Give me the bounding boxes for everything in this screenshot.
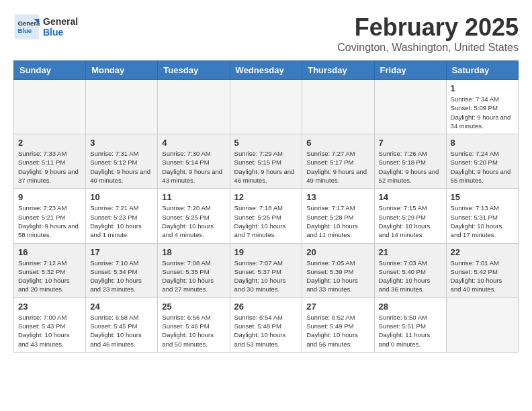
- day-info: Sunrise: 6:56 AM Sunset: 5:46 PM Dayligh…: [162, 313, 225, 349]
- day-info: Sunrise: 7:08 AM Sunset: 5:35 PM Dayligh…: [162, 259, 225, 294]
- day-number: 27: [306, 302, 369, 312]
- day-number: 2: [18, 138, 81, 148]
- month-title: February 2025: [337, 13, 519, 42]
- calendar-cell: 10Sunrise: 7:21 AM Sunset: 5:23 PM Dayli…: [86, 189, 158, 243]
- day-info: Sunrise: 7:26 AM Sunset: 5:18 PM Dayligh…: [379, 149, 442, 185]
- calendar-cell: 17Sunrise: 7:10 AM Sunset: 5:34 PM Dayli…: [86, 243, 158, 298]
- calendar-cell: 4Sunrise: 7:30 AM Sunset: 5:14 PM Daylig…: [158, 134, 230, 189]
- calendar-cell: 11Sunrise: 7:20 AM Sunset: 5:25 PM Dayli…: [158, 189, 230, 243]
- calendar-cell: 2Sunrise: 7:33 AM Sunset: 5:11 PM Daylig…: [14, 134, 86, 189]
- day-number: 22: [451, 247, 514, 257]
- day-number: 6: [306, 138, 369, 148]
- week-row-1: 1Sunrise: 7:34 AM Sunset: 5:09 PM Daylig…: [14, 80, 519, 134]
- calendar-cell: 19Sunrise: 7:07 AM Sunset: 5:37 PM Dayli…: [230, 243, 302, 298]
- day-info: Sunrise: 7:15 AM Sunset: 5:29 PM Dayligh…: [379, 203, 442, 239]
- day-info: Sunrise: 7:20 AM Sunset: 5:25 PM Dayligh…: [162, 203, 225, 239]
- weekday-header-friday: Friday: [374, 61, 446, 80]
- day-number: 21: [379, 247, 442, 257]
- calendar-cell: [230, 80, 302, 134]
- calendar-cell: 15Sunrise: 7:13 AM Sunset: 5:31 PM Dayli…: [446, 189, 518, 243]
- weekday-header-sunday: Sunday: [14, 61, 86, 80]
- calendar-cell: 28Sunrise: 6:50 AM Sunset: 5:51 PM Dayli…: [374, 298, 446, 352]
- day-number: 26: [234, 302, 298, 312]
- day-number: 1: [451, 83, 514, 93]
- day-number: 23: [18, 302, 81, 312]
- day-number: 19: [234, 247, 298, 257]
- day-info: Sunrise: 6:52 AM Sunset: 5:49 PM Dayligh…: [306, 313, 369, 349]
- calendar-cell: 21Sunrise: 7:03 AM Sunset: 5:40 PM Dayli…: [374, 243, 446, 298]
- calendar-cell: [302, 80, 374, 134]
- calendar-cell: 27Sunrise: 6:52 AM Sunset: 5:49 PM Dayli…: [302, 298, 374, 352]
- calendar-cell: [446, 298, 518, 352]
- day-info: Sunrise: 7:07 AM Sunset: 5:37 PM Dayligh…: [234, 259, 298, 294]
- day-number: 15: [451, 192, 514, 202]
- day-number: 28: [379, 302, 442, 312]
- week-row-2: 2Sunrise: 7:33 AM Sunset: 5:11 PM Daylig…: [14, 134, 519, 189]
- day-info: Sunrise: 7:17 AM Sunset: 5:28 PM Dayligh…: [306, 203, 369, 239]
- title-block: February 2025 Covington, Washington, Uni…: [337, 13, 519, 54]
- day-number: 4: [162, 138, 225, 148]
- day-info: Sunrise: 7:31 AM Sunset: 5:12 PM Dayligh…: [90, 149, 153, 185]
- day-info: Sunrise: 7:23 AM Sunset: 5:21 PM Dayligh…: [18, 203, 81, 239]
- day-number: 10: [90, 192, 153, 202]
- day-number: 9: [18, 192, 81, 202]
- calendar-cell: 26Sunrise: 6:54 AM Sunset: 5:48 PM Dayli…: [230, 298, 302, 352]
- calendar-cell: 8Sunrise: 7:24 AM Sunset: 5:20 PM Daylig…: [446, 134, 518, 189]
- day-number: 5: [234, 138, 298, 148]
- page-header: General Blue General Blue February 2025 …: [13, 13, 519, 54]
- day-info: Sunrise: 7:01 AM Sunset: 5:42 PM Dayligh…: [451, 259, 514, 294]
- svg-text:Blue: Blue: [17, 27, 32, 34]
- day-number: 11: [162, 192, 225, 202]
- day-number: 8: [451, 138, 514, 148]
- weekday-header-monday: Monday: [86, 61, 158, 80]
- day-info: Sunrise: 7:05 AM Sunset: 5:39 PM Dayligh…: [306, 259, 369, 294]
- day-number: 20: [306, 247, 369, 257]
- day-number: 13: [306, 192, 369, 202]
- day-info: Sunrise: 6:58 AM Sunset: 5:45 PM Dayligh…: [90, 313, 153, 349]
- calendar-cell: 23Sunrise: 7:00 AM Sunset: 5:43 PM Dayli…: [14, 298, 86, 352]
- week-row-4: 16Sunrise: 7:12 AM Sunset: 5:32 PM Dayli…: [14, 243, 519, 298]
- day-info: Sunrise: 7:24 AM Sunset: 5:20 PM Dayligh…: [451, 149, 514, 185]
- calendar-cell: 14Sunrise: 7:15 AM Sunset: 5:29 PM Dayli…: [374, 189, 446, 243]
- day-info: Sunrise: 7:12 AM Sunset: 5:32 PM Dayligh…: [18, 259, 81, 294]
- day-number: 24: [90, 302, 153, 312]
- logo-icon: General Blue: [13, 13, 40, 40]
- weekday-header-wednesday: Wednesday: [230, 61, 302, 80]
- calendar-cell: 16Sunrise: 7:12 AM Sunset: 5:32 PM Dayli…: [14, 243, 86, 298]
- calendar-cell: 18Sunrise: 7:08 AM Sunset: 5:35 PM Dayli…: [158, 243, 230, 298]
- calendar-cell: 20Sunrise: 7:05 AM Sunset: 5:39 PM Dayli…: [302, 243, 374, 298]
- day-number: 17: [90, 247, 153, 257]
- day-info: Sunrise: 7:33 AM Sunset: 5:11 PM Dayligh…: [18, 149, 81, 185]
- calendar-cell: 25Sunrise: 6:56 AM Sunset: 5:46 PM Dayli…: [158, 298, 230, 352]
- logo-text-line1: General: [43, 16, 78, 27]
- day-info: Sunrise: 7:21 AM Sunset: 5:23 PM Dayligh…: [90, 203, 153, 239]
- day-info: Sunrise: 7:27 AM Sunset: 5:17 PM Dayligh…: [306, 149, 369, 185]
- weekday-header-thursday: Thursday: [302, 61, 374, 80]
- day-info: Sunrise: 7:30 AM Sunset: 5:14 PM Dayligh…: [162, 149, 225, 185]
- calendar-cell: 1Sunrise: 7:34 AM Sunset: 5:09 PM Daylig…: [446, 80, 518, 134]
- day-info: Sunrise: 7:00 AM Sunset: 5:43 PM Dayligh…: [18, 313, 81, 349]
- calendar: SundayMondayTuesdayWednesdayThursdayFrid…: [13, 60, 519, 353]
- day-number: 12: [234, 192, 298, 202]
- day-info: Sunrise: 7:03 AM Sunset: 5:40 PM Dayligh…: [379, 259, 442, 294]
- weekday-header-tuesday: Tuesday: [158, 61, 230, 80]
- day-info: Sunrise: 7:18 AM Sunset: 5:26 PM Dayligh…: [234, 203, 298, 239]
- day-number: 16: [18, 247, 81, 257]
- calendar-cell: 22Sunrise: 7:01 AM Sunset: 5:42 PM Dayli…: [446, 243, 518, 298]
- weekday-header-row: SundayMondayTuesdayWednesdayThursdayFrid…: [14, 61, 519, 80]
- week-row-3: 9Sunrise: 7:23 AM Sunset: 5:21 PM Daylig…: [14, 189, 519, 243]
- weekday-header-saturday: Saturday: [446, 61, 518, 80]
- calendar-cell: [374, 80, 446, 134]
- logo-text-line2: Blue: [43, 27, 78, 38]
- calendar-cell: 12Sunrise: 7:18 AM Sunset: 5:26 PM Dayli…: [230, 189, 302, 243]
- calendar-cell: [14, 80, 86, 134]
- day-info: Sunrise: 7:29 AM Sunset: 5:15 PM Dayligh…: [234, 149, 298, 185]
- day-info: Sunrise: 7:10 AM Sunset: 5:34 PM Dayligh…: [90, 259, 153, 294]
- calendar-cell: 7Sunrise: 7:26 AM Sunset: 5:18 PM Daylig…: [374, 134, 446, 189]
- day-number: 25: [162, 302, 225, 312]
- calendar-cell: 13Sunrise: 7:17 AM Sunset: 5:28 PM Dayli…: [302, 189, 374, 243]
- calendar-cell: 5Sunrise: 7:29 AM Sunset: 5:15 PM Daylig…: [230, 134, 302, 189]
- day-number: 3: [90, 138, 153, 148]
- calendar-cell: 9Sunrise: 7:23 AM Sunset: 5:21 PM Daylig…: [14, 189, 86, 243]
- week-row-5: 23Sunrise: 7:00 AM Sunset: 5:43 PM Dayli…: [14, 298, 519, 352]
